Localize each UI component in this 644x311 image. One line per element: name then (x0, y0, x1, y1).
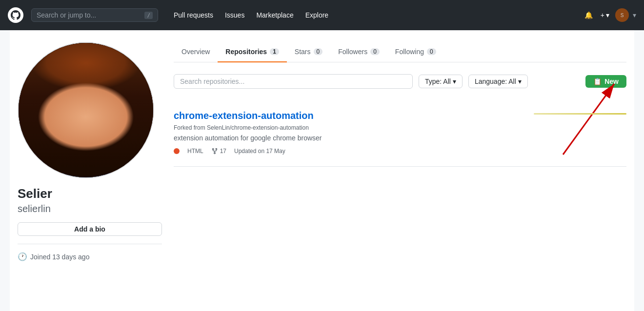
avatar-initial: S (621, 13, 624, 18)
new-repo-label: New (604, 78, 619, 85)
svg-point-11 (53, 112, 64, 125)
repo-meta: HTML 17 Updated on 17 May (174, 148, 626, 155)
joined-info: 🕐 Joined 13 days ago (18, 252, 162, 261)
main-container: M Selier selierlin Add a bio 🕐 Joined 13… (10, 30, 634, 311)
display-name: Selier (18, 186, 162, 201)
search-shortcut: / (144, 12, 153, 19)
tab-repositories-count: 1 (270, 48, 279, 55)
plus-icon: + (601, 11, 604, 19)
tab-following-count: 0 (427, 48, 436, 55)
repo-name-link[interactable]: chrome-extension-automation (174, 110, 314, 121)
svg-point-5 (94, 106, 101, 116)
github-logo[interactable] (8, 7, 23, 23)
tab-repositories[interactable]: Repositories 1 (218, 42, 287, 62)
nav-explore[interactable]: Explore (302, 8, 332, 22)
main-nav: Pull requests Issues Marketplace Explore (170, 8, 332, 22)
language-filter-label: Language: All (475, 78, 516, 85)
toolbar-wrapper: Type: All ▾ Language: All ▾ 📋 New (174, 74, 626, 89)
fork-icon (211, 148, 218, 155)
new-repo-button[interactable]: + ▾ (599, 9, 611, 21)
language-filter-button[interactable]: Language: All ▾ (468, 75, 528, 88)
svg-text:M: M (81, 82, 90, 94)
svg-point-4 (72, 106, 80, 116)
svg-rect-0 (19, 43, 153, 177)
repo-forks: 17 (211, 148, 226, 155)
tab-repositories-label: Repositories (225, 48, 267, 56)
svg-point-8 (69, 120, 90, 130)
nav-pull-requests[interactable]: Pull requests (170, 8, 217, 22)
svg-point-15 (62, 141, 111, 161)
svg-point-6 (74, 110, 79, 115)
nav-marketplace[interactable]: Marketplace (252, 8, 297, 22)
type-chevron-icon: ▾ (453, 78, 456, 85)
repository-list: chrome-extension-automation Forked from … (174, 98, 626, 167)
lang-dot (174, 148, 180, 154)
tab-stars-label: Stars (295, 48, 311, 56)
tab-stars[interactable]: Stars 0 (287, 42, 330, 62)
tab-followers[interactable]: Followers 0 (330, 42, 387, 62)
svg-point-12 (109, 112, 121, 125)
nav-issues[interactable]: Issues (221, 8, 248, 22)
fork-text: Forked from SelenLin/chrome-extension-au… (174, 124, 309, 131)
tab-overview-label: Overview (181, 48, 210, 56)
tab-following-label: Following (395, 48, 424, 56)
repo-language: HTML (187, 148, 203, 155)
navbar-right: 🔔 + ▾ S ▾ (583, 8, 636, 22)
tab-overview[interactable]: Overview (174, 42, 218, 62)
search-bar[interactable]: Search or jump to... / (31, 8, 158, 22)
svg-point-7 (95, 110, 100, 115)
svg-point-1 (48, 72, 126, 101)
chevron-down-icon: ▾ (606, 11, 609, 19)
svg-point-10 (81, 116, 93, 124)
type-filter-button[interactable]: Type: All ▾ (419, 75, 463, 88)
repo-description: extension automation for google chrome b… (174, 134, 626, 142)
add-bio-button[interactable]: Add a bio (18, 222, 162, 236)
svg-point-9 (83, 120, 105, 130)
svg-rect-14 (62, 150, 111, 177)
repo-toolbar: Type: All ▾ Language: All ▾ 📋 New (174, 74, 626, 89)
user-avatar-nav[interactable]: S (615, 8, 629, 22)
forks-count: 17 (220, 148, 226, 155)
sidebar-divider (18, 244, 162, 244)
avatar-large: M (18, 42, 154, 178)
svg-rect-2 (48, 87, 126, 97)
sidebar: M Selier selierlin Add a bio 🕐 Joined 13… (18, 42, 162, 299)
content-area: Overview Repositories 1 Stars 0 Follower… (174, 42, 626, 299)
repo-updated: Updated on 17 May (234, 148, 285, 155)
new-repo-icon: 📋 (593, 78, 602, 85)
tab-stars-count: 0 (314, 48, 323, 55)
decorative-line (534, 113, 626, 115)
avatar-image: M (19, 43, 153, 177)
bell-icon: 🔔 (584, 11, 593, 19)
joined-text: Joined 13 days ago (30, 253, 89, 261)
username: selierlin (18, 203, 162, 214)
navbar: Search or jump to... / Pull requests Iss… (0, 0, 644, 30)
tab-followers-count: 0 (370, 48, 380, 55)
new-repo-button[interactable]: 📋 New (585, 75, 626, 88)
profile-tabs: Overview Repositories 1 Stars 0 Follower… (174, 42, 626, 62)
avatar-chevron[interactable]: ▾ (633, 11, 636, 19)
search-placeholder-text: Search or jump to... (37, 11, 144, 19)
repo-item: chrome-extension-automation Forked from … (174, 98, 626, 167)
type-filter-label: Type: All (425, 78, 451, 85)
language-chevron-icon: ▾ (518, 78, 522, 85)
search-repositories-input[interactable] (174, 74, 413, 89)
repo-fork-info: Forked from SelenLin/chrome-extension-au… (174, 124, 626, 131)
tab-followers-label: Followers (338, 48, 367, 56)
tab-following[interactable]: Following 0 (387, 42, 444, 62)
avatar-svg: M (19, 43, 153, 177)
svg-point-3 (58, 89, 116, 153)
notifications-button[interactable]: 🔔 (583, 9, 595, 21)
clock-icon: 🕐 (18, 252, 27, 261)
